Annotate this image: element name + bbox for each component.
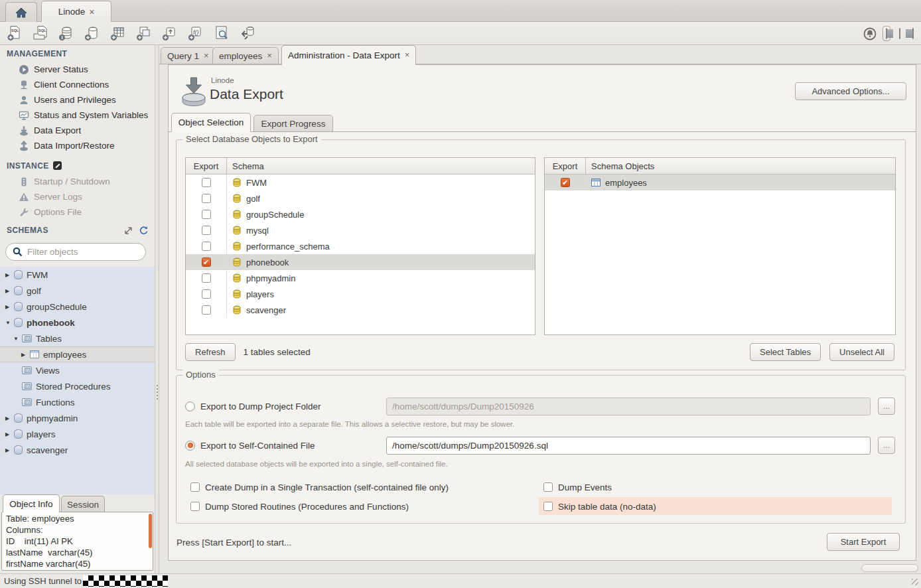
- tab-administration-data-export[interactable]: Administration - Data Export×: [281, 45, 416, 65]
- tab-object-selection[interactable]: Object Selection: [171, 113, 251, 132]
- scrollbar-thumb[interactable]: [861, 564, 918, 572]
- single-transaction-checkbox[interactable]: [190, 482, 200, 492]
- new-query-tab-icon[interactable]: SQL: [5, 24, 24, 42]
- expand-arrow-icon[interactable]: [5, 272, 14, 278]
- schema-row[interactable]: phpmyadmin: [186, 270, 535, 286]
- export-checkbox[interactable]: [202, 226, 211, 235]
- tab-object-info[interactable]: Object Info: [3, 494, 60, 512]
- schema-tree-item[interactable]: Views: [0, 362, 155, 378]
- expand-arrow-icon[interactable]: [5, 447, 14, 453]
- notifier-icon[interactable]: [863, 27, 877, 41]
- search-table-data-icon[interactable]: [212, 24, 231, 42]
- schema-row[interactable]: scavenger: [186, 302, 535, 318]
- select-tables-button[interactable]: Select Tables: [750, 343, 821, 361]
- create-schema-icon[interactable]: [83, 24, 102, 42]
- export-checkbox[interactable]: [202, 305, 211, 315]
- schema-row[interactable]: mysql: [186, 222, 535, 238]
- close-icon[interactable]: ×: [204, 52, 209, 59]
- schema-tree-item[interactable]: scavenger: [0, 442, 155, 458]
- open-sql-script-icon[interactable]: SQL: [31, 24, 50, 42]
- tab-query-1[interactable]: Query 1×: [161, 47, 216, 64]
- sidebar-item-status-system-variables[interactable]: Status and System Variables: [0, 108, 155, 123]
- schema-row[interactable]: performance_schema: [186, 238, 535, 254]
- create-function-icon[interactable]: f(): [186, 24, 205, 42]
- sidebar-item-server-logs[interactable]: Server Logs: [0, 189, 155, 204]
- self-contained-browse-button[interactable]: ...: [878, 437, 895, 454]
- toggle-output-button[interactable]: [896, 26, 904, 41]
- home-tab[interactable]: [5, 2, 37, 22]
- export-checkbox[interactable]: [561, 178, 570, 187]
- schema-filter[interactable]: [5, 243, 146, 261]
- horizontal-scrollbar[interactable]: [159, 563, 921, 573]
- schema-filter-input[interactable]: [27, 247, 127, 257]
- schema-row[interactable]: golf: [186, 190, 535, 206]
- expand-arrow-icon[interactable]: [5, 304, 14, 310]
- schema-tree-item[interactable]: Tables: [0, 331, 155, 346]
- schema-tree-item[interactable]: phonebook: [0, 315, 155, 331]
- schema-tree-item[interactable]: Stored Procedures: [0, 378, 155, 394]
- schema-tree-item[interactable]: golf: [0, 283, 155, 299]
- resize-grip-icon[interactable]: [912, 579, 918, 585]
- self-contained-path-input[interactable]: [386, 437, 871, 455]
- tab-export-progress[interactable]: Export Progress: [253, 115, 333, 132]
- export-checkbox[interactable]: [202, 210, 211, 219]
- sidebar-item-users-privileges[interactable]: Users and Privileges: [0, 92, 155, 108]
- export-checkbox[interactable]: [202, 289, 211, 299]
- expand-arrow-icon[interactable]: [21, 352, 30, 358]
- schema-tree-item[interactable]: groupSchedule: [0, 299, 155, 315]
- refresh-button[interactable]: Refresh: [185, 343, 236, 361]
- schema-row[interactable]: players: [186, 286, 535, 302]
- stored-routines-checkbox[interactable]: [190, 502, 200, 511]
- expand-arrow-icon[interactable]: [5, 320, 14, 326]
- schema-row[interactable]: phonebook: [186, 254, 535, 270]
- sidebar-item-options-file[interactable]: Options File: [0, 204, 155, 220]
- schema-tree-item[interactable]: FWM: [0, 267, 155, 283]
- export-checkbox[interactable]: [202, 178, 211, 187]
- start-export-button[interactable]: Start Export: [827, 533, 900, 551]
- tab-session[interactable]: Session: [61, 496, 105, 512]
- schema-tree-item[interactable]: Functions: [0, 394, 155, 410]
- self-contained-radio[interactable]: [185, 441, 195, 451]
- schema-tree-item[interactable]: phpmyadmin: [0, 410, 155, 426]
- expand-arrow-icon[interactable]: [5, 431, 14, 437]
- create-table-icon[interactable]: [109, 24, 127, 42]
- dump-folder-radio[interactable]: [185, 402, 195, 411]
- sidebar-item-client-connections[interactable]: Client Connections: [0, 77, 155, 92]
- create-procedure-icon[interactable]: [161, 24, 179, 42]
- export-checkbox[interactable]: [202, 273, 211, 283]
- dump-folder-path-input[interactable]: [386, 398, 871, 415]
- schema-object-row[interactable]: employees: [545, 175, 895, 190]
- sidebar-item-server-status[interactable]: Server Status: [0, 62, 155, 77]
- schema-tree-item[interactable]: players: [0, 426, 155, 442]
- reconnect-database-icon[interactable]: [238, 24, 257, 42]
- expand-arrow-icon[interactable]: [5, 288, 14, 294]
- expand-schemas-icon[interactable]: [124, 226, 133, 235]
- sidebar-item-startup-shutdown[interactable]: Startup / Shutdown: [0, 174, 155, 189]
- sidebar-splitter[interactable]: [155, 45, 159, 573]
- export-checkbox[interactable]: [202, 242, 211, 251]
- refresh-schemas-icon[interactable]: [139, 226, 148, 235]
- schema-row[interactable]: FWM: [186, 175, 535, 190]
- inspect-database-icon[interactable]: i: [57, 24, 76, 42]
- schema-tree-item[interactable]: employees: [0, 346, 155, 362]
- close-icon[interactable]: ×: [405, 52, 410, 58]
- export-checkbox[interactable]: [202, 257, 211, 267]
- unselect-all-button[interactable]: Unselect All: [829, 343, 894, 361]
- sidebar-item-data-import[interactable]: Data Import/Restore: [0, 138, 155, 153]
- create-view-icon[interactable]: [135, 24, 153, 42]
- dump-folder-browse-button[interactable]: ...: [878, 398, 895, 415]
- skip-table-data-checkbox[interactable]: [543, 502, 553, 511]
- tab-employees[interactable]: employees×: [212, 47, 279, 64]
- export-checkbox[interactable]: [202, 194, 211, 203]
- close-icon[interactable]: ×: [89, 9, 94, 15]
- toggle-secondary-sidebar-button[interactable]: [909, 26, 917, 41]
- toggle-sidebar-button[interactable]: [883, 26, 890, 41]
- advanced-options-button[interactable]: Advanced Options...: [795, 82, 906, 100]
- expand-arrow-icon[interactable]: [5, 415, 14, 421]
- expand-arrow-icon[interactable]: [13, 336, 22, 342]
- close-icon[interactable]: ×: [267, 52, 272, 59]
- connection-tab[interactable]: Linode ×: [41, 1, 111, 22]
- object-info-scrollbar[interactable]: [149, 514, 152, 548]
- sidebar-item-data-export[interactable]: Data Export: [0, 123, 155, 138]
- schema-row[interactable]: groupSchedule: [186, 206, 535, 222]
